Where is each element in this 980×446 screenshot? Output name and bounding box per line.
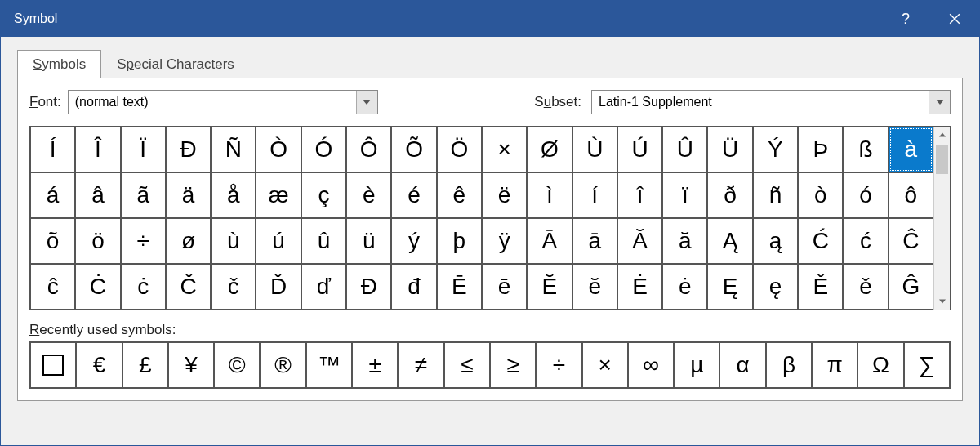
symbol-cell[interactable]: Ď [256, 264, 301, 310]
scroll-up-button[interactable] [934, 127, 950, 143]
recent-symbol-cell[interactable]: ≥ [490, 342, 536, 388]
symbol-cell[interactable]: ß [843, 127, 888, 172]
close-button[interactable] [930, 1, 979, 37]
symbol-cell[interactable]: ê [437, 172, 482, 218]
recent-symbol-cell[interactable]: ¥ [168, 342, 214, 388]
symbol-cell[interactable]: Ô [346, 127, 391, 172]
symbol-cell[interactable]: ë [482, 172, 527, 218]
symbol-cell[interactable]: ó [843, 172, 888, 218]
symbol-cell[interactable]: Ă [617, 218, 662, 264]
recent-symbol-cell[interactable]: £ [122, 342, 168, 388]
symbol-cell[interactable]: ĕ [572, 264, 617, 310]
subset-combobox[interactable] [591, 90, 951, 114]
recent-symbol-cell[interactable]: € [76, 342, 122, 388]
scroll-track[interactable] [934, 143, 950, 293]
symbol-cell[interactable]: ø [166, 218, 211, 264]
symbol-cell[interactable]: Ù [572, 127, 617, 172]
symbol-cell[interactable]: Ē [437, 264, 482, 310]
symbol-cell[interactable]: ď [301, 264, 346, 310]
symbol-cell[interactable]: ã [121, 172, 166, 218]
recent-symbol-cell[interactable]: ≤ [444, 342, 490, 388]
symbol-cell[interactable]: Û [662, 127, 707, 172]
symbol-cell[interactable]: ù [211, 218, 256, 264]
symbol-cell[interactable]: Î [75, 127, 120, 172]
symbol-cell[interactable]: í [572, 172, 617, 218]
symbol-cell[interactable]: č [211, 264, 256, 310]
recent-symbol-cell[interactable]: ® [260, 342, 305, 388]
symbol-cell[interactable]: ü [346, 218, 391, 264]
symbol-cell[interactable]: Ė [617, 264, 662, 310]
symbol-cell[interactable]: ì [527, 172, 572, 218]
symbol-cell[interactable]: đ [391, 264, 436, 310]
symbol-cell[interactable]: Ć [798, 218, 843, 264]
scroll-thumb[interactable] [936, 145, 948, 174]
symbol-cell[interactable]: Ý [753, 127, 798, 172]
symbol-cell[interactable]: Ą [707, 218, 752, 264]
symbol-cell[interactable]: ą [753, 218, 798, 264]
symbol-cell[interactable]: Đ [166, 127, 211, 172]
symbol-cell[interactable]: Ü [707, 127, 752, 172]
recent-symbol-cell[interactable]: ÷ [536, 342, 581, 388]
symbol-cell[interactable]: Ø [527, 127, 572, 172]
help-button[interactable]: ? [881, 1, 930, 37]
tab-symbols[interactable]: Symbols [17, 50, 101, 78]
symbol-cell[interactable]: ä [166, 172, 211, 218]
symbol-cell[interactable]: ė [662, 264, 707, 310]
symbol-cell[interactable]: Č [166, 264, 211, 310]
symbol-cell[interactable]: Ï [121, 127, 166, 172]
symbol-cell[interactable]: ē [482, 264, 527, 310]
symbol-cell[interactable]: ç [301, 172, 346, 218]
grid-scrollbar[interactable] [933, 127, 950, 310]
scroll-down-button[interactable] [934, 293, 950, 310]
subset-dropdown-button[interactable] [929, 91, 950, 114]
symbol-cell[interactable]: Ā [527, 218, 572, 264]
symbol-cell[interactable]: ñ [753, 172, 798, 218]
recent-symbol-cell[interactable]: ™ [306, 342, 352, 388]
recent-symbol-cell[interactable]: ± [352, 342, 398, 388]
recent-symbol-cell[interactable]: ∞ [628, 342, 674, 388]
symbol-cell[interactable]: ÷ [121, 218, 166, 264]
font-combobox[interactable] [68, 90, 378, 114]
symbol-cell[interactable]: Ñ [211, 127, 256, 172]
recent-symbol-cell[interactable]: ∑ [904, 342, 950, 388]
recent-symbol-cell[interactable]: µ [674, 342, 719, 388]
symbol-cell[interactable]: ö [75, 218, 120, 264]
font-dropdown-button[interactable] [356, 91, 377, 114]
symbol-cell[interactable]: ð [707, 172, 752, 218]
symbol-cell[interactable]: ċ [121, 264, 166, 310]
symbol-cell[interactable]: ï [662, 172, 707, 218]
symbol-cell[interactable]: ć [843, 218, 888, 264]
font-input[interactable] [69, 91, 356, 114]
recent-symbol-cell[interactable]: β [766, 342, 812, 388]
symbol-cell[interactable]: î [617, 172, 662, 218]
symbol-cell[interactable]: Õ [391, 127, 436, 172]
symbol-cell[interactable]: Ĝ [889, 264, 933, 310]
symbol-cell[interactable]: â [75, 172, 120, 218]
symbol-cell[interactable]: × [482, 127, 527, 172]
symbol-cell[interactable]: Ò [256, 127, 301, 172]
symbol-cell[interactable]: å [211, 172, 256, 218]
symbol-cell[interactable]: þ [437, 218, 482, 264]
recent-symbol-cell[interactable]: α [719, 342, 765, 388]
symbol-cell[interactable]: Í [30, 127, 75, 172]
tab-special-characters[interactable]: Special Characters [101, 50, 250, 78]
recent-symbol-cell[interactable]: × [582, 342, 628, 388]
symbol-cell[interactable]: Þ [798, 127, 843, 172]
recent-symbol-cell[interactable]: © [214, 342, 260, 388]
symbol-cell[interactable]: á [30, 172, 75, 218]
symbol-cell[interactable]: Đ [346, 264, 391, 310]
symbol-cell[interactable]: Ě [798, 264, 843, 310]
symbol-cell[interactable]: Ĕ [527, 264, 572, 310]
symbol-cell[interactable]: ú [256, 218, 301, 264]
subset-input[interactable] [592, 91, 929, 114]
recent-symbol-cell[interactable]: π [812, 342, 858, 388]
symbol-cell[interactable]: Ċ [75, 264, 120, 310]
symbol-cell[interactable]: è [346, 172, 391, 218]
symbol-cell[interactable]: û [301, 218, 346, 264]
symbol-cell[interactable]: é [391, 172, 436, 218]
symbol-cell[interactable]: ă [662, 218, 707, 264]
symbol-cell[interactable]: ā [572, 218, 617, 264]
recent-symbol-cell[interactable] [30, 342, 76, 388]
symbol-cell[interactable]: ě [843, 264, 888, 310]
symbol-cell[interactable]: ò [798, 172, 843, 218]
